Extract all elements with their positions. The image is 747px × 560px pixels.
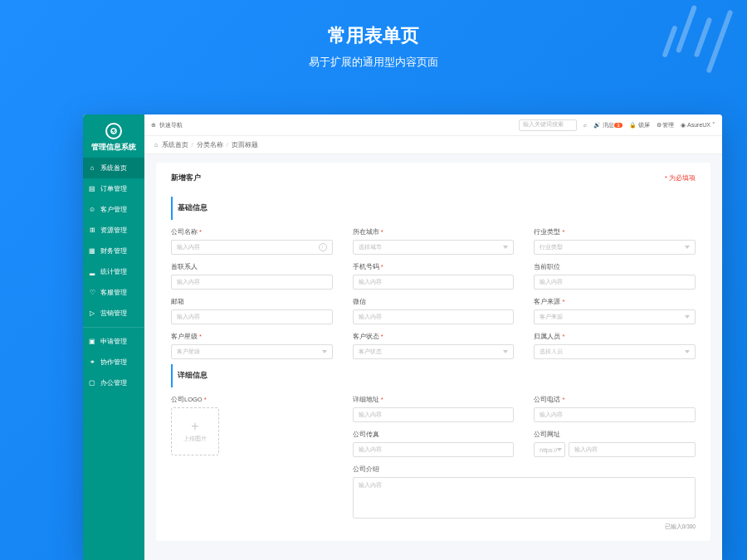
field-city: 所在城市 * 选择城市 (353, 228, 515, 255)
chevron-down-icon (503, 350, 508, 353)
field-contact: 首联系人 输入内容 (171, 263, 333, 290)
plus-icon: + (191, 420, 198, 433)
field-email: 邮箱 输入内容 (171, 298, 333, 324)
doc-icon: ▤ (88, 185, 96, 193)
sidebar-item-label: 客户管理 (100, 205, 127, 214)
sidebar-item-label: 协作管理 (100, 358, 127, 367)
chevron-down-icon (685, 246, 690, 249)
file-icon: ▣ (88, 338, 96, 346)
monitor-icon: ▢ (88, 379, 96, 387)
search-placeholder: 输入关键词搜索 (523, 121, 564, 129)
sidebar-item-label: 申请管理 (100, 337, 127, 346)
search-icon[interactable]: ⌕ (583, 122, 587, 128)
logo-upload[interactable]: + 上传图片 (171, 407, 219, 455)
chevron-down-icon (557, 448, 562, 451)
info-icon: ! (319, 243, 327, 251)
field-website: 公司网址 https:// 输入内容 (534, 431, 696, 457)
url-prefix[interactable]: https:// (534, 442, 565, 457)
breadcrumb-sep: / (192, 141, 193, 149)
sidebar-item-label: 财务管理 (100, 246, 127, 256)
sidebar-item-resources[interactable]: ⊞ 资源管理 (83, 220, 144, 241)
detail-form-grid: 公司LOGO * + 上传图片 详细地址 * 输入内容 公司电话 * 输入内容 (171, 396, 696, 531)
card-title: 新增客户 (171, 173, 201, 183)
search-input[interactable]: 输入关键词搜索 (519, 119, 577, 131)
field-tel: 公司电话 * 输入内容 (534, 396, 696, 422)
sidebar-item-orders[interactable]: ▤ 订单管理 (83, 178, 144, 199)
box-icon: ⊞ (88, 226, 96, 235)
sidebar-item-label: 系统首页 (100, 163, 127, 173)
address-input[interactable]: 输入内容 (353, 407, 515, 422)
contact-input[interactable]: 输入内容 (171, 275, 333, 290)
char-count: 已输入0/300 (353, 523, 696, 531)
field-company-name: 公司名称 * 输入内容! (171, 228, 333, 255)
industry-select[interactable]: 行业类型 (534, 240, 696, 255)
sidebar-item-apply[interactable]: ▣ 申请管理 (83, 331, 144, 352)
chevron-down-icon (685, 350, 690, 353)
sidebar-item-customers[interactable]: ☺ 客户管理 (83, 199, 144, 220)
field-position: 当前职位 输入内容 (534, 263, 696, 290)
sidebar-item-support[interactable]: ♡ 客服管理 (83, 282, 144, 303)
sidebar-item-stats[interactable]: ▂ 统计管理 (83, 261, 144, 282)
chevron-down-icon (322, 350, 327, 353)
logo-icon (105, 123, 122, 139)
section-detail-title: 详细信息 (171, 364, 696, 387)
breadcrumb-cat[interactable]: 分类名称 (197, 141, 223, 149)
content-area: 新增客户 * 为必填项 基础信息 公司名称 * 输入内容! 所在城市 * 选择城… (144, 154, 722, 560)
horn-icon: ▷ (88, 309, 96, 318)
sidebar-item-home[interactable]: ⌂ 系统首页 (83, 158, 144, 178)
support-icon: ♡ (88, 289, 96, 297)
sidebar-logo[interactable]: 管理信息系统 (83, 114, 144, 158)
user-menu[interactable]: ◉ AsureUX ˅ (681, 122, 715, 129)
team-icon: ⚭ (88, 358, 96, 367)
notif-badge: 3 (614, 123, 622, 128)
chevron-down-icon (503, 246, 508, 249)
manage-link[interactable]: ⚙ 管理 (657, 121, 675, 129)
intro-textarea[interactable]: 输入内容 (353, 477, 696, 519)
wechat-input[interactable]: 输入内容 (353, 309, 515, 324)
company-name-input[interactable]: 输入内容! (171, 240, 333, 255)
tel-input[interactable]: 输入内容 (534, 407, 696, 422)
sidebar-item-office[interactable]: ▢ 办公管理 (83, 373, 144, 393)
sidebar-item-label: 营销管理 (100, 309, 127, 318)
money-icon: ▦ (88, 247, 96, 256)
sidebar: 管理信息系统 ⌂ 系统首页 ▤ 订单管理 ☺ 客户管理 ⊞ 资源管理 ▦ 财务管… (83, 114, 144, 560)
required-note: * 为必填项 (665, 174, 696, 183)
sidebar-item-finance[interactable]: ▦ 财务管理 (83, 241, 144, 261)
upload-text: 上传图片 (183, 436, 207, 443)
basic-form-grid: 公司名称 * 输入内容! 所在城市 * 选择城市 行业类型 * 行业类型 首联系… (171, 228, 696, 359)
field-intro: 公司介绍 输入内容 已输入0/300 (353, 465, 696, 531)
breadcrumb-sep: / (227, 141, 228, 149)
position-input[interactable]: 输入内容 (534, 275, 696, 290)
assignee-select[interactable]: 选择人员 (534, 344, 696, 359)
quick-nav-label[interactable]: 快速导航 (159, 121, 183, 129)
phone-input[interactable]: 输入内容 (353, 275, 515, 290)
breadcrumb: ⌂ 系统首页 / 分类名称 / 页面标题 (144, 136, 722, 154)
email-input[interactable]: 输入内容 (171, 309, 333, 324)
breadcrumb-home[interactable]: 系统首页 (162, 141, 188, 149)
source-select[interactable]: 客户来源 (534, 309, 696, 324)
status-select[interactable]: 客户状态 (353, 344, 515, 359)
city-select[interactable]: 选择城市 (353, 240, 515, 255)
app-window: 管理信息系统 ⌂ 系统首页 ▤ 订单管理 ☺ 客户管理 ⊞ 资源管理 ▦ 财务管… (83, 114, 722, 560)
sidebar-item-collab[interactable]: ⚭ 协作管理 (83, 352, 144, 373)
sidebar-divider (83, 327, 144, 328)
sidebar-item-marketing[interactable]: ▷ 营销管理 (83, 303, 144, 324)
sidebar-item-label: 办公管理 (100, 378, 127, 387)
notif-link[interactable]: 🔊 消息3 (593, 121, 622, 129)
breadcrumb-page: 页面标题 (232, 141, 258, 149)
field-stars: 客户星级 * 客户星级 (171, 333, 333, 359)
website-input[interactable]: 输入内容 (569, 442, 696, 457)
fax-input[interactable]: 输入内容 (353, 442, 515, 457)
main-area: ⊕ 快速导航 输入关键词搜索 ⌕ 🔊 消息3 🔒 锁屏 ⚙ 管理 ◉ Asure… (144, 114, 722, 560)
sidebar-item-label: 资源管理 (100, 226, 127, 235)
quick-nav-icon[interactable]: ⊕ (151, 122, 156, 129)
field-assignee: 归属人员 * 选择人员 (534, 333, 696, 359)
field-logo: 公司LOGO * + 上传图片 (171, 396, 333, 457)
stars-select[interactable]: 客户星级 (171, 344, 333, 359)
topbar: ⊕ 快速导航 输入关键词搜索 ⌕ 🔊 消息3 🔒 锁屏 ⚙ 管理 ◉ Asure… (144, 114, 722, 136)
lock-link[interactable]: 🔒 锁屏 (629, 121, 650, 129)
field-phone: 手机号码 * 输入内容 (353, 263, 515, 290)
hero-subtitle: 易于扩展的通用型内容页面 (0, 55, 747, 70)
form-card: 新增客户 * 为必填项 基础信息 公司名称 * 输入内容! 所在城市 * 选择城… (156, 163, 710, 541)
chevron-down-icon (685, 315, 690, 319)
